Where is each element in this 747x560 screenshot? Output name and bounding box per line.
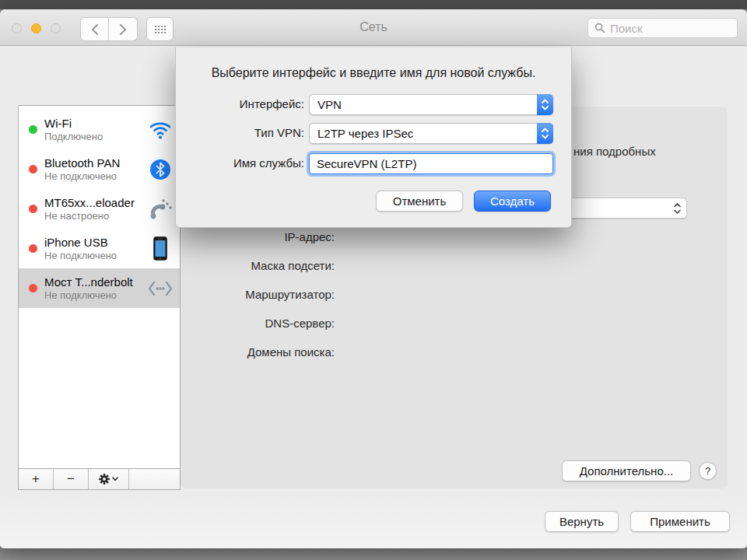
cancel-button[interactable]: Отменить [376,191,463,212]
close-button[interactable] [12,23,22,33]
iphone-icon [147,236,174,261]
popup-stepper-icon [537,94,553,115]
network-field-labels: IP-адрес: Маска подсети: Маршрутизатор: … [181,229,335,373]
revert-button[interactable]: Вернуть [545,511,619,532]
help-button[interactable]: ? [699,462,717,480]
service-status: Не подключено [44,250,147,262]
create-button[interactable]: Создать [474,191,551,212]
new-service-sheet: Выберите интерфейс и введите имя для нов… [175,47,572,228]
zoom-button[interactable] [51,23,61,33]
details-hint-text-partial: ния подробных [573,145,656,158]
search-domains-label: Домены поиска: [181,345,335,373]
vpn-type-popup[interactable]: L2TP через IPSec [309,123,553,144]
chevron-right-icon [118,23,128,36]
show-all-button[interactable] [146,17,174,41]
grid-icon [154,25,167,34]
services-sidebar: Wi-Fi Подключено [18,105,181,490]
chevron-down-icon [112,477,118,481]
service-status: Не подключено [44,289,147,302]
service-row-bluetooth-pan[interactable]: Bluetooth PAN Не подключено [19,149,180,189]
search-icon [594,23,605,33]
advanced-button[interactable]: Дополнительно... [562,460,691,481]
interface-popup[interactable]: VPN [309,94,553,115]
sheet-message: Выберите интерфейс и введите имя для нов… [176,66,571,80]
vpn-type-label: Тип VPN: [191,126,304,139]
service-name-label: Имя службы: [191,156,304,170]
service-name: Мост T...nderbolt [44,275,147,289]
dns-server-label: DNS-сервер: [181,316,335,345]
interface-label: Интерфейс: [191,97,304,110]
interface-popup-value: VPN [317,98,342,111]
status-dot-disconnected [29,244,37,253]
back-button[interactable] [80,17,109,41]
service-actions-button[interactable] [89,469,129,489]
ip-address-label: IP-адрес: [181,229,335,258]
service-row-wifi[interactable]: Wi-Fi Подключено [19,110,180,149]
modem-icon [147,196,174,222]
subnet-mask-label: Маска подсети: [181,258,335,287]
status-dot-connected [29,125,37,134]
gear-icon [99,474,110,485]
service-status: Подключено [44,131,147,143]
screen-background-top [0,0,747,9]
service-name: Bluetooth PAN [44,156,147,170]
service-row-mt65xx[interactable]: MT65xx...eloader Не настроено [19,189,180,229]
service-row-iphone-usb[interactable]: iPhone USB Не подключено [19,229,180,268]
configure-popup[interactable] [560,198,687,219]
status-dot-disconnected [29,284,37,292]
chevron-left-icon [90,23,100,36]
window-title: Сеть [359,20,388,34]
title-bar: Сеть [0,9,747,46]
sheet-buttons: Отменить Создать [376,191,551,212]
screen-background-bottom [0,548,747,560]
forward-button[interactable] [109,17,138,41]
remove-service-button[interactable]: − [54,469,89,489]
add-service-button[interactable]: + [19,469,54,489]
service-name: Wi-Fi [44,117,147,131]
service-name-input[interactable] [309,153,553,174]
status-dot-disconnected [29,165,37,173]
popup-chevrons-icon [673,201,682,215]
bluetooth-icon [147,159,174,180]
service-row-thunderbolt-bridge[interactable]: Мост T...nderbolt Не подключено [19,268,180,308]
service-name: MT65xx...eloader [44,196,147,210]
nav-buttons [80,17,138,41]
network-preferences-window: Сеть Wi-Fi Подключено [0,9,747,548]
service-name: iPhone USB [44,236,147,250]
search-field[interactable] [587,18,738,38]
wifi-icon [147,120,174,140]
service-status: Не настроено [44,210,147,222]
services-list: Wi-Fi Подключено [19,106,180,469]
service-status: Не подключено [44,170,147,183]
vpn-type-popup-value: L2TP через IPSec [317,127,413,140]
minimize-button[interactable] [31,23,41,33]
router-label: Маршрутизатор: [181,287,335,316]
sidebar-toolbar: + − [19,468,180,489]
search-input[interactable] [610,22,731,35]
popup-stepper-icon [537,123,553,144]
apply-button[interactable]: Применить [630,511,730,532]
bridge-icon [147,279,174,298]
status-dot-disconnected [29,205,37,213]
